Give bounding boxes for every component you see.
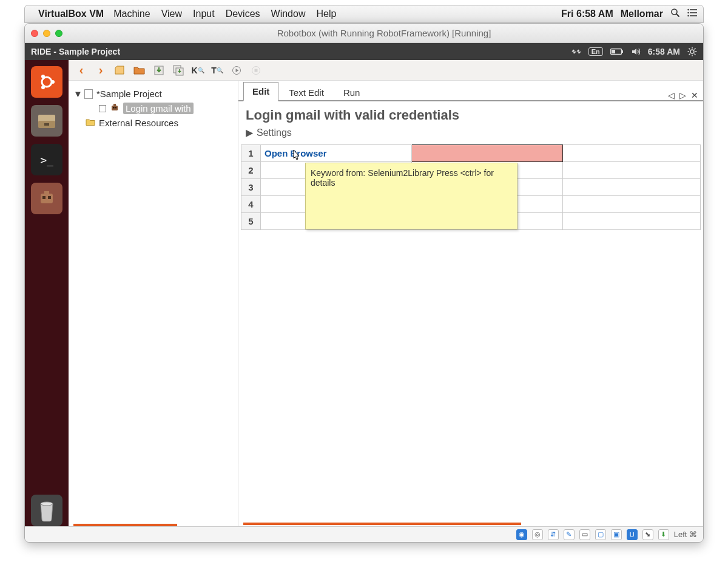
- menu-help[interactable]: Help: [316, 8, 336, 19]
- status-mouse-integration-icon[interactable]: ⬊: [642, 529, 653, 540]
- tree-external-resources-node[interactable]: External Resources: [72, 116, 234, 130]
- launcher-files-icon[interactable]: [31, 105, 62, 137]
- mac-menubar: VirtualBox VM Machine View Input Devices…: [24, 5, 704, 23]
- tree-project-label: *Sample Project: [96, 89, 162, 99]
- tab-next-icon[interactable]: ▷: [679, 90, 686, 100]
- mouse-cursor-icon: [293, 149, 302, 163]
- traffic-lights: [31, 30, 62, 37]
- search-tests-button[interactable]: T🔍: [211, 64, 224, 77]
- launcher-dash-icon[interactable]: [31, 66, 62, 98]
- gear-icon[interactable]: [687, 47, 697, 56]
- guest-body: >_ ‹ ›: [25, 60, 703, 526]
- row-number: 1: [241, 145, 261, 162]
- vm-titlebar[interactable]: Robotbox (with Running RobotFramework) […: [25, 24, 703, 43]
- caret-down-icon[interactable]: ▼: [73, 89, 81, 99]
- grid-row-1[interactable]: 1 Open Browser: [241, 145, 701, 162]
- menu-window[interactable]: Window: [271, 8, 306, 19]
- tab-run[interactable]: Run: [334, 83, 369, 101]
- project-tree[interactable]: ▼ *Sample Project Login gmail with: [69, 81, 238, 526]
- tree-project-node[interactable]: ▼ *Sample Project: [72, 87, 234, 101]
- guest-clock[interactable]: 6:58 AM: [648, 47, 680, 56]
- host-user[interactable]: Mellomar: [621, 8, 663, 19]
- t-label: T: [211, 66, 217, 75]
- zoom-button[interactable]: [55, 30, 62, 37]
- cell-r1-c1[interactable]: Open Browser: [261, 145, 412, 162]
- tab-close-icon[interactable]: ✕: [691, 90, 698, 100]
- settings-label: Settings: [257, 127, 292, 138]
- tree-ext-res-label: External Resources: [99, 118, 178, 128]
- tab-prev-icon[interactable]: ◁: [668, 90, 675, 100]
- cell[interactable]: [563, 162, 701, 179]
- status-hdd-icon[interactable]: ◉: [516, 529, 527, 540]
- test-checkbox[interactable]: [99, 105, 106, 112]
- status-capture-icon[interactable]: U: [627, 529, 638, 540]
- test-icon: [110, 103, 120, 114]
- keyword-tooltip: Keyword from: Selenium2Library Press <ct…: [305, 163, 517, 229]
- open-folder-icon[interactable]: [133, 64, 146, 77]
- volume-indicator-icon[interactable]: [631, 47, 641, 56]
- tab-edit[interactable]: Edit: [243, 82, 278, 101]
- nav-back-button[interactable]: ‹: [75, 64, 88, 77]
- cell[interactable]: [563, 196, 701, 213]
- cell-r1-c3[interactable]: [563, 145, 701, 162]
- status-recording-icon[interactable]: ▣: [611, 529, 622, 540]
- launcher-trash-icon[interactable]: [31, 495, 62, 526]
- editor-panel: Edit Text Edit Run ◁ ▷ ✕ Login gmail wit…: [238, 81, 703, 526]
- status-keyboard-capture-icon[interactable]: ⬇: [658, 529, 669, 540]
- svg-rect-9: [622, 50, 623, 53]
- editor-tab-strip: Edit Text Edit Run ◁ ▷ ✕: [238, 81, 703, 101]
- tree-scroll-indicator: [73, 524, 177, 526]
- svg-point-11: [690, 50, 694, 53]
- settings-toggle[interactable]: ▶Settings: [238, 124, 703, 144]
- cell[interactable]: [563, 213, 701, 230]
- menu-input[interactable]: Input: [193, 8, 215, 19]
- menu-machine[interactable]: Machine: [113, 8, 150, 19]
- host-app-name[interactable]: VirtualBox VM: [38, 8, 104, 19]
- host-clock[interactable]: Fri 6:58 AM: [561, 8, 613, 19]
- row-number: 2: [241, 162, 261, 179]
- k-label: K: [191, 66, 197, 75]
- status-optical-icon[interactable]: ◎: [532, 529, 543, 540]
- launcher-terminal-icon[interactable]: >_: [31, 144, 62, 175]
- menu-view[interactable]: View: [161, 8, 182, 19]
- stop-button-icon: [249, 64, 263, 77]
- minimize-button[interactable]: [43, 30, 50, 37]
- tree-testcase-node[interactable]: Login gmail with: [72, 101, 234, 116]
- status-usb-icon[interactable]: ✎: [564, 529, 575, 540]
- unity-launcher: >_: [25, 60, 69, 526]
- close-button[interactable]: [31, 30, 38, 37]
- file-icon: [84, 89, 93, 99]
- menu-devices[interactable]: Devices: [226, 8, 260, 19]
- svg-rect-28: [42, 196, 46, 199]
- tab-text-edit[interactable]: Text Edit: [280, 83, 333, 101]
- svg-rect-40: [115, 107, 117, 109]
- status-shared-folder-icon[interactable]: ▭: [579, 529, 590, 540]
- nav-forward-button[interactable]: ›: [94, 64, 107, 77]
- spotlight-icon[interactable]: [670, 8, 680, 20]
- testcase-title: Login gmail with valid credentials: [238, 101, 703, 124]
- search-keywords-button[interactable]: K🔍: [191, 64, 204, 77]
- network-indicator-icon[interactable]: [571, 47, 581, 56]
- save-icon[interactable]: [152, 64, 166, 77]
- ride-toolbar: ‹ › K🔍 T🔍: [69, 60, 703, 81]
- status-display-icon[interactable]: ▢: [595, 529, 606, 540]
- svg-point-22: [41, 75, 45, 78]
- guest-top-panel: RIDE - Sample Project En 6:58 AM: [25, 43, 703, 60]
- menu-list-icon[interactable]: [687, 8, 698, 19]
- cell-r1-c2-active[interactable]: [412, 145, 563, 162]
- media-controls-overlay: [228, 464, 547, 512]
- row-number: 5: [241, 213, 261, 230]
- cell[interactable]: [563, 179, 701, 196]
- battery-indicator-icon[interactable]: [610, 48, 624, 55]
- save-all-icon[interactable]: [172, 64, 185, 77]
- svg-point-5: [687, 9, 689, 10]
- new-file-icon[interactable]: [113, 64, 127, 77]
- svg-point-20: [42, 77, 52, 87]
- vm-status-bar: ◉ ◎ ⇵ ✎ ▭ ▢ ▣ U ⬊ ⬇ Left ⌘: [25, 526, 703, 542]
- status-network-icon[interactable]: ⇵: [548, 529, 559, 540]
- launcher-robot-icon[interactable]: [31, 183, 62, 214]
- vm-window: Robotbox (with Running RobotFramework) […: [24, 23, 704, 543]
- keyboard-layout-indicator[interactable]: En: [588, 47, 603, 56]
- keyword-grid[interactable]: 1 Open Browser 2 3: [238, 144, 703, 230]
- run-button-icon[interactable]: [230, 64, 243, 77]
